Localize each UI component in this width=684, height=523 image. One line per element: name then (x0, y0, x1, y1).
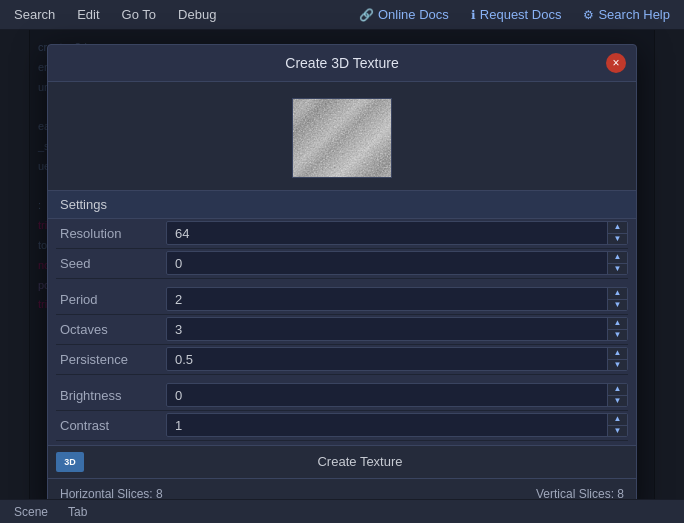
contrast-down[interactable]: ▼ (608, 426, 627, 437)
brightness-up[interactable]: ▲ (608, 384, 627, 396)
brightness-row: Brightness ▲ ▼ (56, 381, 628, 411)
create-row: 3D Create Texture (48, 445, 636, 478)
settings-section: Settings Resolution ▲ ▼ Seed (48, 190, 636, 509)
persistence-row: Persistence ▲ ▼ (56, 345, 628, 375)
seed-spinner: ▲ ▼ (607, 252, 627, 274)
persistence-label: Persistence (56, 352, 166, 367)
persistence-down[interactable]: ▼ (608, 360, 627, 371)
contrast-up[interactable]: ▲ (608, 414, 627, 426)
period-row: Period ▲ ▼ (56, 285, 628, 315)
octaves-up[interactable]: ▲ (608, 318, 627, 330)
menu-search[interactable]: Search (4, 3, 65, 26)
brightness-spinner: ▲ ▼ (607, 384, 627, 406)
menu-goto[interactable]: Go To (112, 3, 166, 26)
period-input-wrap: ▲ ▼ (166, 287, 628, 311)
resolution-row: Resolution ▲ ▼ (56, 219, 628, 249)
persistence-spinner: ▲ ▼ (607, 348, 627, 370)
menu-bar: Search Edit Go To Debug 🔗 Online Docs ℹ … (0, 0, 684, 30)
dialog-title-bar: Create 3D Texture × (48, 45, 636, 82)
contrast-input[interactable] (166, 413, 628, 437)
seed-input-wrap: ▲ ▼ (166, 251, 628, 275)
brightness-down[interactable]: ▼ (608, 396, 627, 407)
octaves-input[interactable] (166, 317, 628, 341)
seed-label: Seed (56, 256, 166, 271)
dialog-close-button[interactable]: × (606, 53, 626, 73)
brightness-input[interactable] (166, 383, 628, 407)
octaves-spinner: ▲ ▼ (607, 318, 627, 340)
resolution-input-wrap: ▲ ▼ (166, 221, 628, 245)
menu-online-docs[interactable]: 🔗 Online Docs (349, 3, 459, 26)
octaves-label: Octaves (56, 322, 166, 337)
octaves-row: Octaves ▲ ▼ (56, 315, 628, 345)
seed-input[interactable] (166, 251, 628, 275)
texture-preview-area (48, 82, 636, 190)
resolution-spinner: ▲ ▼ (607, 222, 627, 244)
period-spinner: ▲ ▼ (607, 288, 627, 310)
period-input[interactable] (166, 287, 628, 311)
seed-down[interactable]: ▼ (608, 264, 627, 275)
period-down[interactable]: ▼ (608, 300, 627, 311)
form-rows: Resolution ▲ ▼ Seed ▲ (48, 219, 636, 441)
brightness-label: Brightness (56, 388, 166, 403)
seed-up[interactable]: ▲ (608, 252, 627, 264)
octaves-down[interactable]: ▼ (608, 330, 627, 341)
settings-icon: ⚙ (583, 8, 594, 22)
persistence-input-wrap: ▲ ▼ (166, 347, 628, 371)
modal-overlay: Create 3D Texture × Settings Resolution … (0, 30, 684, 523)
menu-edit[interactable]: Edit (67, 3, 109, 26)
contrast-spinner: ▲ ▼ (607, 414, 627, 436)
dialog-title: Create 3D Texture (285, 55, 398, 71)
bottom-bar: Scene Tab (0, 499, 684, 523)
contrast-row: Contrast ▲ ▼ (56, 411, 628, 441)
link-icon: 🔗 (359, 8, 374, 22)
period-label: Period (56, 292, 166, 307)
settings-header: Settings (48, 190, 636, 219)
persistence-input[interactable] (166, 347, 628, 371)
brightness-input-wrap: ▲ ▼ (166, 383, 628, 407)
resolution-input[interactable] (166, 221, 628, 245)
info-icon: ℹ (471, 8, 476, 22)
resolution-down[interactable]: ▼ (608, 234, 627, 245)
bottom-tab-scene[interactable]: Scene (8, 503, 54, 521)
contrast-label: Contrast (56, 418, 166, 433)
3d-icon: 3D (56, 452, 84, 472)
persistence-up[interactable]: ▲ (608, 348, 627, 360)
menu-debug[interactable]: Debug (168, 3, 226, 26)
resolution-up[interactable]: ▲ (608, 222, 627, 234)
create-3d-texture-dialog: Create 3D Texture × Settings Resolution … (47, 44, 637, 510)
menu-request-docs[interactable]: ℹ Request Docs (461, 3, 572, 26)
period-up[interactable]: ▲ (608, 288, 627, 300)
seed-row: Seed ▲ ▼ (56, 249, 628, 279)
texture-preview-image (292, 98, 392, 178)
contrast-input-wrap: ▲ ▼ (166, 413, 628, 437)
menu-search-help[interactable]: ⚙ Search Help (573, 3, 680, 26)
create-texture-button[interactable]: Create Texture (92, 454, 628, 469)
octaves-input-wrap: ▲ ▼ (166, 317, 628, 341)
bottom-tab-tab[interactable]: Tab (62, 503, 93, 521)
resolution-label: Resolution (56, 226, 166, 241)
